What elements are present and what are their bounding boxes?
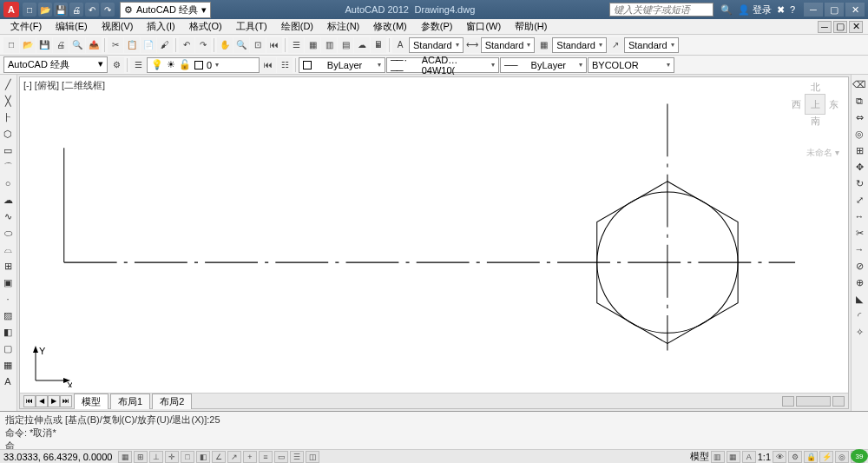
hatch-tool-icon[interactable]: ▨	[0, 308, 16, 323]
redo-icon[interactable]: ↷	[195, 37, 211, 53]
region-tool-icon[interactable]: ▢	[0, 341, 16, 356]
menu-view[interactable]: 视图(V)	[96, 20, 139, 33]
polar-toggle-icon[interactable]: ✛	[165, 451, 179, 463]
move-tool-icon[interactable]: ✥	[852, 159, 867, 175]
textstyle-icon[interactable]: A	[392, 37, 408, 53]
rotate-tool-icon[interactable]: ↻	[852, 175, 867, 191]
textstyle-dropdown[interactable]: Standard▾	[409, 37, 464, 53]
properties-icon[interactable]: ☰	[288, 37, 304, 53]
trim-tool-icon[interactable]: ✂	[852, 225, 867, 241]
offset-tool-icon[interactable]: ◎	[852, 126, 867, 142]
menu-dimension[interactable]: 标注(N)	[322, 20, 365, 33]
grid-toggle-icon[interactable]: ⊞	[134, 451, 148, 463]
polyline-tool-icon[interactable]: ⺊	[0, 109, 16, 125]
menu-insert[interactable]: 插入(I)	[141, 20, 180, 33]
isolate-icon[interactable]: ◎	[835, 451, 849, 463]
menu-tools[interactable]: 工具(T)	[231, 20, 273, 33]
coordinates-display[interactable]: 33.0333, 66.4329, 0.0000	[3, 452, 116, 462]
help-search-input[interactable]	[609, 3, 713, 17]
zoom-window-icon[interactable]: ⊡	[250, 37, 266, 53]
menu-window[interactable]: 窗口(W)	[461, 20, 506, 33]
exchange-icon[interactable]: ✖	[777, 4, 785, 16]
lineweight-dropdown[interactable]: ── ByLayer▾	[500, 57, 587, 73]
table-tool-icon[interactable]: ▦	[0, 357, 16, 373]
tab-first-icon[interactable]: ⏮	[23, 395, 36, 407]
workspace-combo[interactable]: AutoCAD 经典▾	[3, 56, 108, 73]
zoom-realtime-icon[interactable]: 🔍	[233, 37, 249, 53]
tab-last-icon[interactable]: ⏭	[60, 395, 72, 407]
paste-icon[interactable]: 📄	[141, 37, 156, 53]
qat-open-icon[interactable]: 📂	[38, 3, 52, 17]
toolbar-lock-icon[interactable]: 🔒	[804, 451, 818, 463]
lwt-toggle-icon[interactable]: ≡	[259, 451, 273, 463]
dimstyle-dropdown[interactable]: Standard▾	[481, 37, 536, 53]
layer-previous-icon[interactable]: ⏮	[260, 57, 276, 73]
menu-draw[interactable]: 绘图(D)	[276, 20, 319, 33]
point-tool-icon[interactable]: ·	[0, 291, 16, 307]
toolpalettes-icon[interactable]: ▥	[321, 37, 337, 53]
scroll-right-icon[interactable]	[832, 396, 845, 407]
new-icon[interactable]: □	[3, 37, 19, 53]
menu-file[interactable]: 文件(F)	[5, 20, 47, 33]
tab-model[interactable]: 模型	[74, 394, 108, 409]
qat-save-icon[interactable]: 💾	[54, 3, 68, 17]
color-dropdown[interactable]: ByLayer▾	[299, 57, 385, 73]
quickview-layouts-icon[interactable]: ▥	[711, 451, 725, 463]
plotstyle-dropdown[interactable]: BYCOLOR▾	[588, 57, 674, 73]
block-tool-icon[interactable]: ▣	[0, 274, 16, 290]
matchprop-icon[interactable]: 🖌	[157, 37, 173, 53]
osnap-toggle-icon[interactable]: □	[181, 451, 194, 463]
extend-tool-icon[interactable]: →	[852, 241, 867, 257]
scale-tool-icon[interactable]: ⤢	[852, 192, 867, 208]
layer-dropdown[interactable]: 💡 ☀ 🔓 0 ▾	[147, 57, 260, 73]
annovis-icon[interactable]: 👁	[773, 451, 786, 463]
tablestyle-icon[interactable]: ▦	[536, 37, 551, 53]
gradient-tool-icon[interactable]: ◧	[0, 324, 16, 340]
qp-toggle-icon[interactable]: ☰	[290, 451, 304, 463]
ellipse-tool-icon[interactable]: ⬭	[0, 225, 16, 241]
otrack-toggle-icon[interactable]: ∠	[212, 451, 226, 463]
zoom-previous-icon[interactable]: ⏮	[266, 37, 282, 53]
communication-center-badge[interactable]: 39	[851, 449, 868, 463]
hardware-accel-icon[interactable]: ⚡	[819, 451, 833, 463]
explode-tool-icon[interactable]: ✧	[852, 324, 867, 340]
workspace-switch-icon[interactable]: ⚙	[788, 451, 802, 463]
snap-toggle-icon[interactable]: ▦	[118, 451, 132, 463]
pan-icon[interactable]: ✋	[217, 37, 233, 53]
preview-icon[interactable]: 🔍	[69, 37, 85, 53]
xline-tool-icon[interactable]: ╳	[0, 93, 16, 109]
break-tool-icon[interactable]: ⊘	[852, 258, 867, 274]
qat-redo-icon[interactable]: ↷	[101, 3, 115, 17]
copy-tool-icon[interactable]: ⧉	[852, 93, 867, 109]
fillet-tool-icon[interactable]: ◜	[852, 308, 867, 323]
layer-manager-icon[interactable]: ☰	[130, 57, 146, 73]
sc-toggle-icon[interactable]: ◫	[306, 451, 319, 463]
app-menu-button[interactable]: A	[3, 2, 19, 17]
tab-layout2[interactable]: 布局2	[152, 394, 192, 409]
tab-next-icon[interactable]: ▶	[48, 395, 60, 407]
copy-icon[interactable]: 📋	[124, 37, 140, 53]
rectangle-tool-icon[interactable]: ▭	[0, 142, 16, 158]
ellipsearc-tool-icon[interactable]: ⌓	[0, 241, 16, 257]
dyn-toggle-icon[interactable]: +	[243, 451, 257, 463]
sheetset-icon[interactable]: ▤	[338, 37, 353, 53]
3dosnap-toggle-icon[interactable]: ◧	[196, 451, 210, 463]
insert-tool-icon[interactable]: ⊞	[0, 258, 16, 274]
menu-edit[interactable]: 编辑(E)	[50, 20, 93, 33]
designcenter-icon[interactable]: ▦	[305, 37, 320, 53]
command-window[interactable]: 指定拉伸点或 [基点(B)/复制(C)/放弃(U)/退出(X)]:25 命令: …	[0, 411, 868, 449]
line-tool-icon[interactable]: ╱	[0, 76, 16, 92]
ducs-toggle-icon[interactable]: ↗	[227, 451, 241, 463]
tablestyle-dropdown[interactable]: Standard▾	[552, 37, 607, 53]
annoscale-icon[interactable]: A	[742, 451, 756, 463]
minimize-button[interactable]: ─	[804, 3, 823, 17]
ortho-toggle-icon[interactable]: ⊥	[149, 451, 163, 463]
mleaderstyle-dropdown[interactable]: Standard▾	[624, 37, 679, 53]
close-button[interactable]: ✕	[845, 3, 865, 17]
qat-new-icon[interactable]: □	[23, 3, 36, 17]
menu-parametric[interactable]: 参数(P)	[416, 20, 458, 33]
spline-tool-icon[interactable]: ∿	[0, 208, 16, 224]
horizontal-scrollbar[interactable]	[782, 396, 845, 407]
annotation-scale[interactable]: 1:1	[758, 452, 771, 462]
workspace-settings-icon[interactable]: ⚙	[108, 57, 124, 73]
